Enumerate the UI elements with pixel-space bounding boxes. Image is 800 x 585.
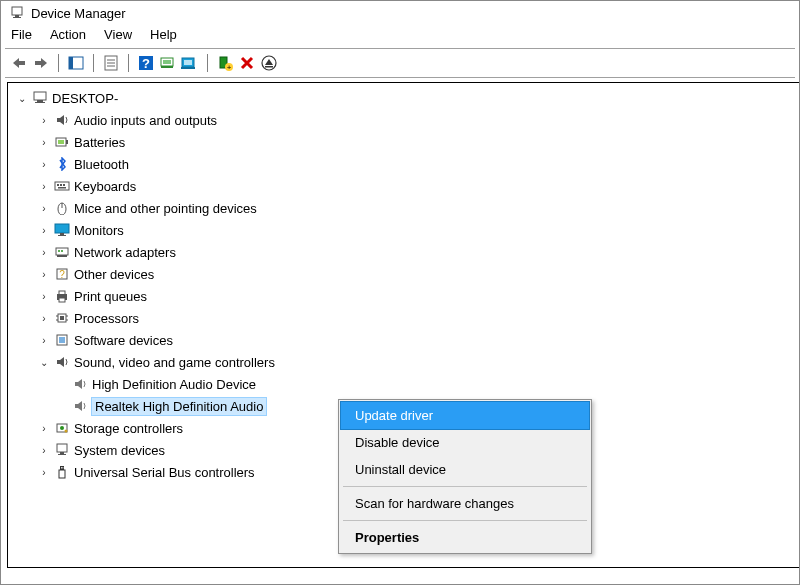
- chevron-right-icon[interactable]: [38, 136, 50, 148]
- tree-item[interactable]: Monitors: [8, 219, 799, 241]
- menu-help[interactable]: Help: [150, 27, 177, 42]
- context-menu: Update driver Disable device Uninstall d…: [338, 399, 592, 554]
- tree-item-label: Software devices: [74, 333, 173, 348]
- svg-marker-62: [75, 379, 82, 389]
- eject-icon[interactable]: [259, 53, 279, 73]
- tree-item[interactable]: Mice and other pointing devices: [8, 197, 799, 219]
- tree-item[interactable]: Keyboards: [8, 175, 799, 197]
- svg-marker-3: [13, 58, 19, 68]
- titlebar: Device Manager: [1, 1, 799, 25]
- svg-rect-37: [63, 184, 65, 186]
- svg-rect-28: [37, 100, 43, 102]
- chevron-right-icon[interactable]: [38, 422, 50, 434]
- svg-rect-52: [59, 298, 65, 302]
- chevron-right-icon[interactable]: [38, 246, 50, 258]
- svg-point-46: [61, 250, 63, 252]
- menu-file[interactable]: File: [11, 27, 32, 42]
- context-menu-separator: [343, 520, 587, 521]
- context-menu-update-driver[interactable]: Update driver: [341, 402, 589, 429]
- context-menu-disable-device[interactable]: Disable device: [341, 429, 589, 456]
- svg-point-65: [60, 426, 64, 430]
- svg-rect-19: [184, 60, 192, 65]
- tree-item[interactable]: Processors: [8, 307, 799, 329]
- tree-item[interactable]: Audio inputs and outputs: [8, 109, 799, 131]
- svg-rect-8: [69, 57, 73, 69]
- chevron-right-icon[interactable]: [38, 202, 50, 214]
- back-arrow-icon[interactable]: [9, 53, 29, 73]
- tree-item-label: Bluetooth: [74, 157, 129, 172]
- chevron-right-icon[interactable]: [38, 180, 50, 192]
- tree-item-label: Batteries: [74, 135, 125, 150]
- context-menu-uninstall-device[interactable]: Uninstall device: [341, 456, 589, 483]
- chevron-right-icon[interactable]: [38, 334, 50, 346]
- other-icon: ?: [54, 266, 70, 282]
- tree-item[interactable]: Software devices: [8, 329, 799, 351]
- chevron-right-icon[interactable]: [38, 158, 50, 170]
- window-title: Device Manager: [31, 6, 126, 21]
- uninstall-icon[interactable]: [237, 53, 257, 73]
- tree-item[interactable]: ?Other devices: [8, 263, 799, 285]
- update-driver-icon[interactable]: [180, 53, 200, 73]
- tree-item-label: Print queues: [74, 289, 147, 304]
- mouse-icon: [54, 200, 70, 216]
- chevron-right-icon[interactable]: [38, 268, 50, 280]
- chevron-down-icon[interactable]: [38, 356, 50, 368]
- computer-icon: [32, 90, 48, 106]
- svg-rect-6: [35, 61, 41, 65]
- tree-item-label: System devices: [74, 443, 165, 458]
- speaker-icon: [54, 354, 70, 370]
- svg-rect-29: [35, 102, 45, 103]
- chevron-right-icon[interactable]: [38, 290, 50, 302]
- chevron-right-icon[interactable]: [38, 444, 50, 456]
- monitor-icon: [54, 222, 70, 238]
- chevron-right-icon[interactable]: [38, 466, 50, 478]
- svg-text:?: ?: [59, 269, 65, 280]
- network-icon: [54, 244, 70, 260]
- svg-rect-2: [13, 17, 21, 18]
- add-device-icon[interactable]: +: [215, 53, 235, 73]
- tree-item-hd-audio[interactable]: High Definition Audio Device: [8, 373, 799, 395]
- system-icon: [54, 442, 70, 458]
- svg-rect-42: [60, 233, 64, 235]
- keyboard-icon: [54, 178, 70, 194]
- svg-rect-20: [181, 67, 195, 69]
- usb-icon: [54, 464, 70, 480]
- tree-item[interactable]: Batteries: [8, 131, 799, 153]
- chevron-right-icon[interactable]: [38, 224, 50, 236]
- menu-view[interactable]: View: [104, 27, 132, 42]
- tree-item-label: Universal Serial Bus controllers: [74, 465, 255, 480]
- show-hide-tree-icon[interactable]: [66, 53, 86, 73]
- tree-item-sound[interactable]: Sound, video and game controllers: [8, 351, 799, 373]
- context-menu-properties[interactable]: Properties: [341, 524, 589, 551]
- tree-root[interactable]: DESKTOP-: [8, 87, 799, 109]
- chevron-right-icon[interactable]: [38, 312, 50, 324]
- tree-item-label: Audio inputs and outputs: [74, 113, 217, 128]
- tree-item[interactable]: Bluetooth: [8, 153, 799, 175]
- help-icon[interactable]: ?: [136, 53, 156, 73]
- svg-rect-33: [58, 140, 64, 144]
- forward-arrow-icon[interactable]: [31, 53, 51, 73]
- context-menu-scan-hardware[interactable]: Scan for hardware changes: [341, 490, 589, 517]
- tree-item-label: Other devices: [74, 267, 154, 282]
- svg-rect-43: [58, 235, 66, 236]
- scan-hardware-icon[interactable]: [158, 53, 178, 73]
- chevron-right-icon[interactable]: [38, 114, 50, 126]
- properties-sheet-icon[interactable]: [101, 53, 121, 73]
- software-icon: [54, 332, 70, 348]
- svg-marker-63: [75, 401, 82, 411]
- svg-marker-5: [41, 58, 47, 68]
- svg-rect-70: [60, 466, 64, 470]
- svg-point-45: [58, 250, 60, 252]
- tree-item[interactable]: Network adapters: [8, 241, 799, 263]
- svg-rect-36: [60, 184, 62, 186]
- menu-action[interactable]: Action: [50, 27, 86, 42]
- speaker-icon: [72, 376, 88, 392]
- svg-rect-1: [15, 15, 19, 17]
- svg-rect-0: [12, 7, 22, 15]
- tree-item[interactable]: Print queues: [8, 285, 799, 307]
- chevron-down-icon[interactable]: [16, 92, 28, 104]
- battery-icon: [54, 134, 70, 150]
- device-tree-panel: DESKTOP- Audio inputs and outputsBatteri…: [7, 82, 799, 568]
- svg-marker-61: [57, 357, 64, 367]
- svg-rect-67: [57, 444, 67, 452]
